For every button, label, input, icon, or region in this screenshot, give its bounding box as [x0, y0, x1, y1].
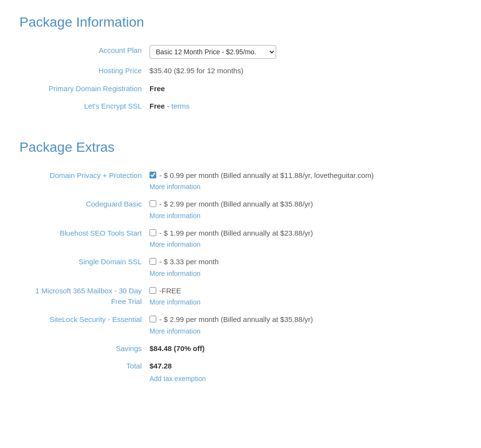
codeguard-more-info[interactable]: More information: [149, 211, 458, 221]
total-value: $47.28 Add tax exemption: [146, 357, 462, 387]
single-ssl-more-info[interactable]: More information: [149, 269, 458, 279]
primary-domain-label: Primary Domain Registration: [19, 80, 146, 98]
package-extras-table: Domain Privacy + Protection - $ 0.99 per…: [19, 167, 462, 387]
seo-tools-row: Bluehost SEO Tools Start - $ 1.99 per mo…: [19, 224, 462, 254]
sitelock-label: SiteLock Security - Essential: [19, 311, 146, 340]
hosting-price-label: Hosting Price: [19, 62, 146, 80]
codeguard-row: Codeguard Basic - $ 2.99 per month (Bill…: [19, 195, 462, 224]
codeguard-checkbox[interactable]: [149, 200, 156, 207]
seo-tools-value: - $ 1.99 per month (Billed annually at $…: [146, 224, 462, 254]
microsoft365-value: -FREE More information: [146, 282, 462, 311]
microsoft365-more-info[interactable]: More information: [149, 297, 458, 307]
single-ssl-label: Single Domain SSL: [19, 253, 146, 282]
domain-privacy-more-info[interactable]: More information: [149, 182, 458, 192]
primary-domain-value: Free: [146, 80, 462, 98]
codeguard-label: Codeguard Basic: [19, 195, 146, 224]
microsoft365-label: 1 Microsoft 365 Mailbox - 30 Day Free Tr…: [19, 282, 146, 311]
package-information-section: Package Information Account Plan Basic 1…: [19, 15, 462, 115]
single-ssl-row: Single Domain SSL - $ 3.33 per month Mor…: [19, 253, 462, 282]
savings-label: Savings: [19, 340, 146, 358]
sitelock-checkbox[interactable]: [149, 316, 156, 322]
total-row: Total $47.28 Add tax exemption: [19, 357, 462, 387]
savings-row: Savings $84.48 (70% off): [19, 340, 462, 358]
package-extras-title: Package Extras: [19, 140, 462, 155]
primary-domain-row: Primary Domain Registration Free: [19, 80, 462, 98]
seo-tools-more-info[interactable]: More information: [149, 240, 458, 250]
domain-privacy-checkbox[interactable]: [149, 172, 156, 178]
domain-privacy-label: Domain Privacy + Protection: [19, 167, 146, 196]
single-ssl-checkbox[interactable]: [149, 258, 156, 265]
single-ssl-value: - $ 3.33 per month More information: [146, 253, 462, 282]
package-extras-section: Package Extras Domain Privacy + Protecti…: [19, 140, 462, 387]
savings-value: $84.48 (70% off): [146, 340, 462, 358]
account-plan-select[interactable]: Basic 12 Month Price - $2.95/mo.: [149, 45, 276, 59]
add-tax-link[interactable]: Add tax exemption: [149, 374, 458, 384]
sitelock-more-info[interactable]: More information: [149, 326, 458, 336]
microsoft365-checkbox[interactable]: [149, 287, 156, 294]
sitelock-value: - $ 2.99 per month (Billed annually at $…: [146, 311, 462, 340]
account-plan-row: Account Plan Basic 12 Month Price - $2.9…: [19, 42, 462, 62]
codeguard-value: - $ 2.99 per month (Billed annually at $…: [146, 195, 462, 224]
package-information-title: Package Information: [19, 15, 462, 30]
domain-privacy-value: - $ 0.99 per month (Billed annually at $…: [146, 167, 462, 196]
microsoft365-row: 1 Microsoft 365 Mailbox - 30 Day Free Tr…: [19, 282, 462, 311]
hosting-price-value: $35.40 ($2.95 for 12 months): [146, 62, 462, 80]
domain-privacy-row: Domain Privacy + Protection - $ 0.99 per…: [19, 167, 462, 196]
seo-tools-label: Bluehost SEO Tools Start: [19, 224, 146, 254]
account-plan-label: Account Plan: [19, 42, 146, 62]
ssl-terms-link[interactable]: terms: [171, 102, 190, 110]
ssl-row: Let's Encrypt SSL Free - terms: [19, 97, 462, 115]
sitelock-row: SiteLock Security - Essential - $ 2.99 p…: [19, 311, 462, 340]
total-label: Total: [19, 357, 146, 387]
account-plan-value: Basic 12 Month Price - $2.95/mo.: [146, 42, 462, 62]
ssl-label: Let's Encrypt SSL: [19, 97, 146, 115]
seo-tools-checkbox[interactable]: [149, 229, 156, 236]
ssl-value: Free - terms: [146, 97, 462, 115]
hosting-price-row: Hosting Price $35.40 ($2.95 for 12 month…: [19, 62, 462, 80]
package-information-table: Account Plan Basic 12 Month Price - $2.9…: [19, 42, 462, 115]
